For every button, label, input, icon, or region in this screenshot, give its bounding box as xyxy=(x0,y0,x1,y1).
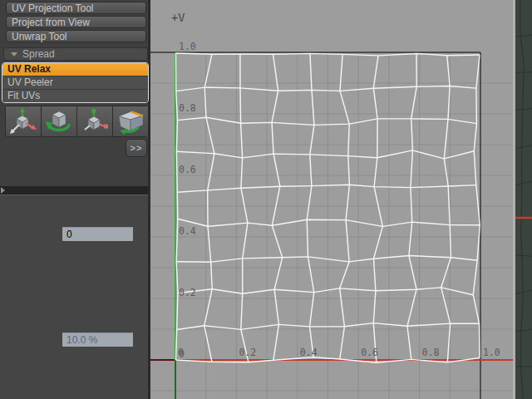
v-axis-title: +V xyxy=(171,11,185,24)
wireframe-line xyxy=(515,329,532,331)
bevel-tool-icon xyxy=(113,106,148,136)
spread-section-header[interactable]: Spread xyxy=(3,47,148,61)
tool-properties-panel xyxy=(0,195,148,399)
axis-label: 0.6 xyxy=(361,347,378,358)
rotate-tool-icon xyxy=(42,106,76,136)
scale-tool-icon xyxy=(77,106,112,136)
perspective-canvas xyxy=(515,0,532,399)
project-from-view-button[interactable]: Project from View xyxy=(6,16,146,28)
tool-item-uv-peeler[interactable]: UV Peeler xyxy=(2,76,148,90)
wireframe-line xyxy=(515,255,532,257)
percent-field[interactable] xyxy=(62,332,133,347)
unwrap-tool-button[interactable]: Unwrap Tool xyxy=(6,30,146,42)
tool-item-fit-uvs[interactable]: Fit UVs xyxy=(2,90,148,102)
wireframe-line xyxy=(515,145,532,148)
axis-label: 1.0 xyxy=(179,41,196,52)
wireframe-line xyxy=(515,109,532,110)
application-window: UV Projection Tool Project from View Unw… xyxy=(0,0,532,399)
value-field[interactable] xyxy=(62,227,133,241)
axis-label: 0.4 xyxy=(300,347,318,358)
wireframe-line xyxy=(515,35,532,37)
uv-projection-tool-button[interactable]: UV Projection Tool xyxy=(6,2,146,14)
wireframe-line xyxy=(515,181,532,185)
axis-label: 0 xyxy=(178,347,184,358)
perspective-viewport-sliver[interactable] xyxy=(515,0,532,399)
transform-icon-toolbar xyxy=(5,106,147,137)
spread-tool-list: UV Relax UV Peeler Fit UVs xyxy=(2,62,149,103)
axis-label: 0.8 xyxy=(179,102,196,114)
move-tool-button[interactable] xyxy=(6,106,41,136)
scale-tool-button[interactable] xyxy=(77,106,112,136)
collapse-triangle-icon xyxy=(11,52,17,57)
axis-label: 1.0 xyxy=(483,347,500,358)
axis-label: 0.2 xyxy=(239,347,256,358)
expand-tools-button[interactable]: >> xyxy=(126,139,147,157)
uv-canvas[interactable]: 1.00.80.60.40.2000.20.40.60.81.0+V xyxy=(150,0,513,399)
bevel-tool-button[interactable] xyxy=(113,106,148,136)
uv-viewport[interactable]: 1.00.80.60.40.2000.20.40.60.81.0+V xyxy=(150,0,513,399)
wireframe-line xyxy=(520,0,525,399)
axis-label: 0.6 xyxy=(179,164,196,175)
axis-label: 0.8 xyxy=(422,347,440,358)
panel-divider[interactable] xyxy=(0,186,148,195)
panel-grip-icon xyxy=(1,187,5,194)
axis-label: 0.2 xyxy=(179,287,196,298)
move-tool-icon xyxy=(6,106,41,136)
tool-sidebar: UV Projection Tool Project from View Unw… xyxy=(0,0,150,399)
rotate-tool-button[interactable] xyxy=(42,106,76,136)
axis-labels: 1.00.80.60.40.2000.20.40.60.81.0 xyxy=(178,41,500,360)
tool-item-uv-relax[interactable]: UV Relax xyxy=(2,63,148,76)
wireframe-line xyxy=(515,290,532,293)
section-label: Spread xyxy=(22,48,55,60)
axis-label: 0.4 xyxy=(179,225,196,237)
